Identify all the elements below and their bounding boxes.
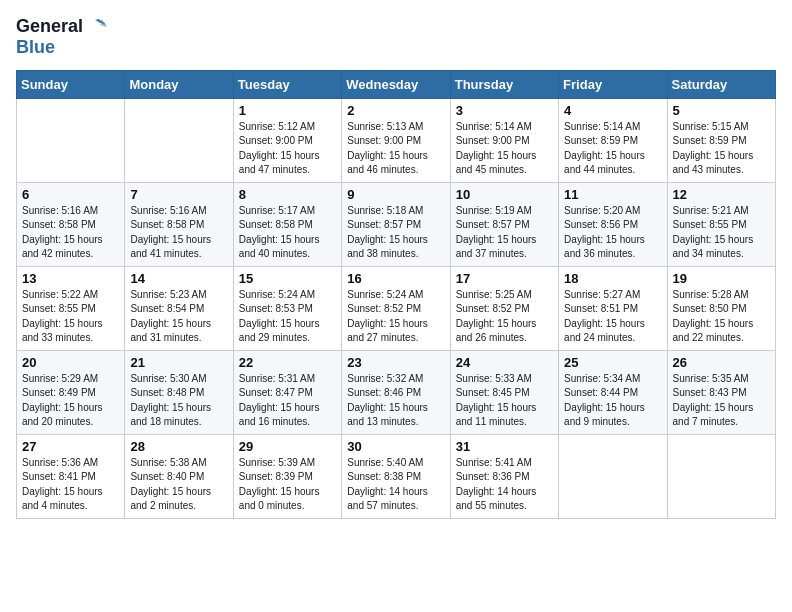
day-number: 19 <box>673 271 770 286</box>
calendar-cell: 2Sunrise: 5:13 AM Sunset: 9:00 PM Daylig… <box>342 98 450 182</box>
calendar-cell: 13Sunrise: 5:22 AM Sunset: 8:55 PM Dayli… <box>17 266 125 350</box>
day-info: Sunrise: 5:19 AM Sunset: 8:57 PM Dayligh… <box>456 204 553 262</box>
calendar-week-row: 1Sunrise: 5:12 AM Sunset: 9:00 PM Daylig… <box>17 98 776 182</box>
day-info: Sunrise: 5:38 AM Sunset: 8:40 PM Dayligh… <box>130 456 227 514</box>
calendar-cell <box>125 98 233 182</box>
calendar-cell: 8Sunrise: 5:17 AM Sunset: 8:58 PM Daylig… <box>233 182 341 266</box>
calendar-week-row: 20Sunrise: 5:29 AM Sunset: 8:49 PM Dayli… <box>17 350 776 434</box>
calendar-cell <box>17 98 125 182</box>
calendar-cell: 15Sunrise: 5:24 AM Sunset: 8:53 PM Dayli… <box>233 266 341 350</box>
calendar-cell: 10Sunrise: 5:19 AM Sunset: 8:57 PM Dayli… <box>450 182 558 266</box>
day-number: 12 <box>673 187 770 202</box>
day-info: Sunrise: 5:30 AM Sunset: 8:48 PM Dayligh… <box>130 372 227 430</box>
day-number: 5 <box>673 103 770 118</box>
day-info: Sunrise: 5:15 AM Sunset: 8:59 PM Dayligh… <box>673 120 770 178</box>
weekday-header: Thursday <box>450 70 558 98</box>
weekday-header: Sunday <box>17 70 125 98</box>
day-number: 13 <box>22 271 119 286</box>
calendar-cell <box>667 434 775 518</box>
day-info: Sunrise: 5:24 AM Sunset: 8:52 PM Dayligh… <box>347 288 444 346</box>
day-info: Sunrise: 5:41 AM Sunset: 8:36 PM Dayligh… <box>456 456 553 514</box>
calendar-cell: 9Sunrise: 5:18 AM Sunset: 8:57 PM Daylig… <box>342 182 450 266</box>
calendar-week-row: 27Sunrise: 5:36 AM Sunset: 8:41 PM Dayli… <box>17 434 776 518</box>
day-number: 16 <box>347 271 444 286</box>
calendar-cell: 19Sunrise: 5:28 AM Sunset: 8:50 PM Dayli… <box>667 266 775 350</box>
weekday-header: Saturday <box>667 70 775 98</box>
calendar-cell: 24Sunrise: 5:33 AM Sunset: 8:45 PM Dayli… <box>450 350 558 434</box>
calendar-table: SundayMondayTuesdayWednesdayThursdayFrid… <box>16 70 776 519</box>
day-number: 28 <box>130 439 227 454</box>
calendar-cell: 27Sunrise: 5:36 AM Sunset: 8:41 PM Dayli… <box>17 434 125 518</box>
day-number: 3 <box>456 103 553 118</box>
calendar-header-row: SundayMondayTuesdayWednesdayThursdayFrid… <box>17 70 776 98</box>
day-info: Sunrise: 5:14 AM Sunset: 8:59 PM Dayligh… <box>564 120 661 178</box>
day-number: 2 <box>347 103 444 118</box>
day-info: Sunrise: 5:25 AM Sunset: 8:52 PM Dayligh… <box>456 288 553 346</box>
calendar-cell: 3Sunrise: 5:14 AM Sunset: 9:00 PM Daylig… <box>450 98 558 182</box>
day-number: 23 <box>347 355 444 370</box>
day-info: Sunrise: 5:20 AM Sunset: 8:56 PM Dayligh… <box>564 204 661 262</box>
day-info: Sunrise: 5:39 AM Sunset: 8:39 PM Dayligh… <box>239 456 336 514</box>
day-number: 29 <box>239 439 336 454</box>
day-number: 24 <box>456 355 553 370</box>
day-info: Sunrise: 5:17 AM Sunset: 8:58 PM Dayligh… <box>239 204 336 262</box>
logo: General Blue <box>16 16 107 58</box>
day-info: Sunrise: 5:33 AM Sunset: 8:45 PM Dayligh… <box>456 372 553 430</box>
day-number: 15 <box>239 271 336 286</box>
logo-bird-icon <box>85 16 107 38</box>
day-number: 17 <box>456 271 553 286</box>
day-info: Sunrise: 5:22 AM Sunset: 8:55 PM Dayligh… <box>22 288 119 346</box>
day-info: Sunrise: 5:14 AM Sunset: 9:00 PM Dayligh… <box>456 120 553 178</box>
day-info: Sunrise: 5:29 AM Sunset: 8:49 PM Dayligh… <box>22 372 119 430</box>
day-info: Sunrise: 5:18 AM Sunset: 8:57 PM Dayligh… <box>347 204 444 262</box>
day-number: 30 <box>347 439 444 454</box>
weekday-header: Friday <box>559 70 667 98</box>
day-number: 14 <box>130 271 227 286</box>
calendar-cell: 4Sunrise: 5:14 AM Sunset: 8:59 PM Daylig… <box>559 98 667 182</box>
day-info: Sunrise: 5:21 AM Sunset: 8:55 PM Dayligh… <box>673 204 770 262</box>
day-info: Sunrise: 5:28 AM Sunset: 8:50 PM Dayligh… <box>673 288 770 346</box>
day-number: 11 <box>564 187 661 202</box>
day-number: 20 <box>22 355 119 370</box>
day-info: Sunrise: 5:13 AM Sunset: 9:00 PM Dayligh… <box>347 120 444 178</box>
calendar-cell: 12Sunrise: 5:21 AM Sunset: 8:55 PM Dayli… <box>667 182 775 266</box>
day-info: Sunrise: 5:35 AM Sunset: 8:43 PM Dayligh… <box>673 372 770 430</box>
calendar-cell: 6Sunrise: 5:16 AM Sunset: 8:58 PM Daylig… <box>17 182 125 266</box>
page-header: General Blue <box>16 16 776 58</box>
calendar-cell: 28Sunrise: 5:38 AM Sunset: 8:40 PM Dayli… <box>125 434 233 518</box>
calendar-cell: 11Sunrise: 5:20 AM Sunset: 8:56 PM Dayli… <box>559 182 667 266</box>
calendar-cell: 21Sunrise: 5:30 AM Sunset: 8:48 PM Dayli… <box>125 350 233 434</box>
day-info: Sunrise: 5:36 AM Sunset: 8:41 PM Dayligh… <box>22 456 119 514</box>
day-info: Sunrise: 5:16 AM Sunset: 8:58 PM Dayligh… <box>22 204 119 262</box>
day-info: Sunrise: 5:12 AM Sunset: 9:00 PM Dayligh… <box>239 120 336 178</box>
day-info: Sunrise: 5:16 AM Sunset: 8:58 PM Dayligh… <box>130 204 227 262</box>
day-info: Sunrise: 5:34 AM Sunset: 8:44 PM Dayligh… <box>564 372 661 430</box>
calendar-cell: 29Sunrise: 5:39 AM Sunset: 8:39 PM Dayli… <box>233 434 341 518</box>
day-info: Sunrise: 5:27 AM Sunset: 8:51 PM Dayligh… <box>564 288 661 346</box>
calendar-cell: 25Sunrise: 5:34 AM Sunset: 8:44 PM Dayli… <box>559 350 667 434</box>
calendar-week-row: 13Sunrise: 5:22 AM Sunset: 8:55 PM Dayli… <box>17 266 776 350</box>
day-number: 22 <box>239 355 336 370</box>
calendar-cell: 14Sunrise: 5:23 AM Sunset: 8:54 PM Dayli… <box>125 266 233 350</box>
day-number: 27 <box>22 439 119 454</box>
calendar-cell: 5Sunrise: 5:15 AM Sunset: 8:59 PM Daylig… <box>667 98 775 182</box>
day-number: 10 <box>456 187 553 202</box>
day-number: 7 <box>130 187 227 202</box>
calendar-week-row: 6Sunrise: 5:16 AM Sunset: 8:58 PM Daylig… <box>17 182 776 266</box>
day-number: 1 <box>239 103 336 118</box>
day-info: Sunrise: 5:32 AM Sunset: 8:46 PM Dayligh… <box>347 372 444 430</box>
calendar-cell: 1Sunrise: 5:12 AM Sunset: 9:00 PM Daylig… <box>233 98 341 182</box>
day-number: 8 <box>239 187 336 202</box>
calendar-cell: 22Sunrise: 5:31 AM Sunset: 8:47 PM Dayli… <box>233 350 341 434</box>
day-info: Sunrise: 5:40 AM Sunset: 8:38 PM Dayligh… <box>347 456 444 514</box>
weekday-header: Tuesday <box>233 70 341 98</box>
calendar-cell: 18Sunrise: 5:27 AM Sunset: 8:51 PM Dayli… <box>559 266 667 350</box>
calendar-cell: 16Sunrise: 5:24 AM Sunset: 8:52 PM Dayli… <box>342 266 450 350</box>
calendar-cell: 23Sunrise: 5:32 AM Sunset: 8:46 PM Dayli… <box>342 350 450 434</box>
day-number: 9 <box>347 187 444 202</box>
calendar-cell: 26Sunrise: 5:35 AM Sunset: 8:43 PM Dayli… <box>667 350 775 434</box>
calendar-cell: 30Sunrise: 5:40 AM Sunset: 8:38 PM Dayli… <box>342 434 450 518</box>
weekday-header: Wednesday <box>342 70 450 98</box>
day-number: 4 <box>564 103 661 118</box>
day-number: 6 <box>22 187 119 202</box>
